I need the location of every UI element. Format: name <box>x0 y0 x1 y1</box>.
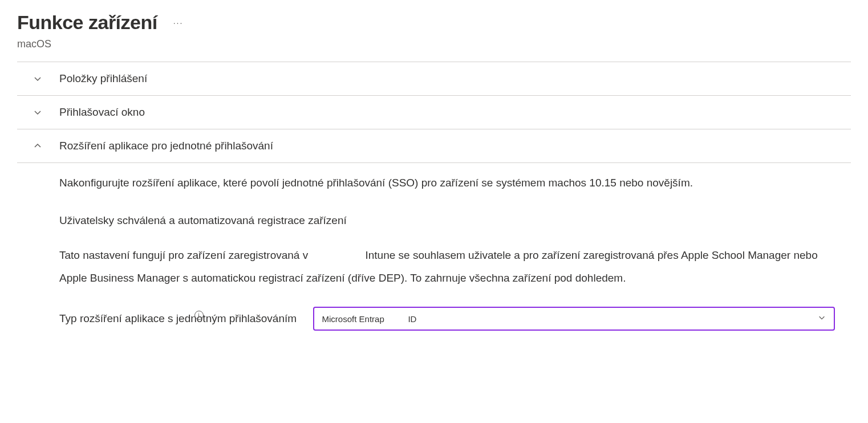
sections-container: Položky přihlášení Přihlašovací okno Roz… <box>17 62 851 331</box>
page-title: Funkce zařízení <box>17 11 157 34</box>
chevron-down-icon <box>33 74 42 83</box>
sso-type-label: Typ rozšíření aplikace s jednotným přihl… <box>59 312 297 324</box>
sso-type-dropdown[interactable]: Microsoft Entrap ID <box>313 307 835 331</box>
more-options-icon[interactable]: ··· <box>169 16 188 30</box>
page-subtitle: macOS <box>17 38 851 50</box>
section-sso-extension[interactable]: Rozšíření aplikace pro jednotné přihlašo… <box>17 129 851 163</box>
sso-description: Nakonfigurujte rozšíření aplikace, které… <box>59 174 851 192</box>
info-icon[interactable]: i <box>194 311 204 320</box>
sso-subsection-title: Uživatelsky schválená a automatizovaná r… <box>59 214 851 227</box>
section-label: Rozšíření aplikace pro jednotné přihlašo… <box>59 140 273 152</box>
section-login-items[interactable]: Položky přihlášení <box>17 62 851 95</box>
section-login-window[interactable]: Přihlašovací okno <box>17 95 851 129</box>
dropdown-selected-value: Microsoft Entrap ID <box>322 314 417 324</box>
sso-type-field-row: Typ rozšíření aplikace s jednotným přihl… <box>59 307 851 331</box>
section-label: Položky přihlášení <box>59 72 147 85</box>
field-label-wrapper: Typ rozšíření aplikace s jednotným přihl… <box>59 312 309 325</box>
sso-subsection-text: Tato nastavení fungují pro zařízení zare… <box>59 244 824 290</box>
title-row: Funkce zařízení ··· <box>17 11 851 34</box>
sso-expanded-content: Nakonfigurujte rozšíření aplikace, které… <box>17 163 851 331</box>
section-label: Přihlašovací okno <box>59 106 145 119</box>
chevron-up-icon <box>33 141 42 151</box>
page-header: Funkce zařízení ··· macOS <box>17 11 851 50</box>
chevron-down-icon <box>818 314 826 324</box>
chevron-down-icon <box>33 108 42 117</box>
